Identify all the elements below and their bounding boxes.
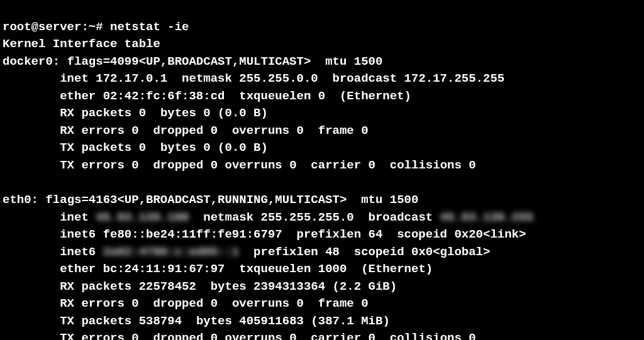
iface-name: docker0 bbox=[3, 55, 53, 69]
label-inet: inet bbox=[60, 72, 89, 85]
value-iftype: Ethernet bbox=[347, 89, 404, 103]
terminal-output[interactable]: root@server:~# netstat -ie Kernel Interf… bbox=[0, 0, 644, 340]
kernel-header: Kernel Interface table bbox=[3, 37, 160, 51]
label-tx-packets: TX packets bbox=[60, 141, 131, 155]
label-inet: inet bbox=[60, 211, 89, 224]
value-prefixlen: 64 bbox=[369, 228, 383, 241]
iface-eth0-tx-errors: TX errors 0 dropped 0 overruns 0 carrier… bbox=[3, 331, 476, 340]
iface-eth0-tx-packets: TX packets 538794 bytes 405911683 (387.1… bbox=[3, 314, 390, 328]
value-tx-overruns: 0 bbox=[289, 331, 296, 340]
label-dropped: dropped bbox=[153, 331, 203, 340]
iface-eth0-header: eth0: flags=4163<UP,BROADCAST,RUNNING,MU… bbox=[3, 193, 418, 207]
prompt-host: server bbox=[38, 20, 81, 34]
iface-docker0-ether: ether 02:42:fc:6f:38:cd txqueuelen 0 (Et… bbox=[3, 89, 411, 103]
iface-eth0-inet6-global: inet6 2a02:4780:c:ed05::1 prefixlen 48 s… bbox=[3, 245, 490, 259]
label-tx-errors: TX errors bbox=[60, 331, 125, 340]
iface-eth0-inet6-link: inet6 fe80::be24:11ff:fe91:6797 prefixle… bbox=[3, 228, 526, 241]
value-mac: 02:42:fc:6f:38:cd bbox=[103, 89, 225, 103]
label-tx-errors: TX errors bbox=[60, 158, 125, 172]
label-bytes: bytes bbox=[160, 141, 196, 155]
value-rx-bytes: 0 bbox=[203, 106, 210, 120]
label-bytes: bytes bbox=[211, 280, 247, 293]
value-rx-dropped: 0 bbox=[211, 124, 218, 138]
iface-docker0-tx-packets: TX packets 0 bytes 0 (0.0 B) bbox=[3, 141, 268, 155]
label-dropped: dropped bbox=[153, 297, 203, 310]
iface-eth0-ether: ether bc:24:11:91:67:97 txqueuelen 1000 … bbox=[3, 262, 433, 276]
label-netmask: netmask bbox=[203, 211, 253, 224]
iface-name: eth0 bbox=[3, 193, 31, 207]
label-frame: frame bbox=[318, 297, 354, 310]
value-tx-collisions: 0 bbox=[469, 158, 475, 172]
label-dropped: dropped bbox=[153, 124, 203, 138]
command-text: netstat -ie bbox=[110, 20, 189, 34]
value-rx-overruns: 0 bbox=[297, 124, 304, 138]
value-rx-errors: 0 bbox=[131, 297, 138, 310]
label-overruns: overruns bbox=[225, 331, 282, 340]
iface-eth0-rx-errors: RX errors 0 dropped 0 overruns 0 frame 0 bbox=[3, 297, 369, 310]
value-rx-packets: 0 bbox=[139, 106, 146, 120]
iface-docker0-rx-packets: RX packets 0 bytes 0 (0.0 B) bbox=[3, 106, 268, 120]
label-collisions: collisions bbox=[390, 331, 462, 340]
label-inet6: inet6 bbox=[60, 245, 96, 259]
value-tx-bytes: 405911683 bbox=[239, 314, 304, 328]
label-broadcast: broadcast bbox=[333, 72, 397, 85]
value-mac: bc:24:11:91:67:97 bbox=[103, 262, 225, 276]
value-iftype: Ethernet bbox=[369, 262, 426, 276]
value-txqueuelen: 0 bbox=[318, 89, 325, 103]
value-netmask: 255.255.255.0 bbox=[261, 211, 354, 224]
label-broadcast: broadcast bbox=[369, 211, 433, 224]
label-rx-packets: RX packets bbox=[60, 106, 131, 120]
label-overruns: overruns bbox=[232, 297, 289, 310]
label-inet6: inet6 bbox=[60, 228, 96, 241]
label-rx-packets: RX packets bbox=[60, 280, 131, 293]
value-inet6-global-redacted: 2a02:4780:c:ed05::1 bbox=[103, 245, 240, 259]
value-broadcast-redacted: 45.93.139.255 bbox=[440, 211, 533, 224]
value-txqueuelen: 1000 bbox=[318, 262, 347, 276]
value-prefixlen: 48 bbox=[325, 245, 340, 259]
label-scopeid: scopeid bbox=[397, 228, 447, 241]
label-netmask: netmask bbox=[182, 72, 232, 85]
value-tx-bytes: 0 bbox=[203, 141, 210, 155]
value-rx-bytes: 2394313364 bbox=[253, 280, 325, 293]
label-rx-errors: RX errors bbox=[60, 297, 125, 310]
value-tx-carrier: 0 bbox=[369, 331, 375, 340]
value-tx-packets: 0 bbox=[139, 141, 146, 155]
value-tx-packets: 538794 bbox=[139, 314, 182, 328]
label-txqueuelen: txqueuelen bbox=[239, 262, 311, 276]
value-rx-errors: 0 bbox=[131, 124, 138, 138]
iface-docker0-inet: inet 172.17.0.1 netmask 255.255.0.0 broa… bbox=[3, 72, 504, 85]
iface-docker0-rx-errors: RX errors 0 dropped 0 overruns 0 frame 0 bbox=[3, 124, 369, 138]
label-scopeid: scopeid bbox=[354, 245, 404, 259]
label-prefixlen: prefixlen bbox=[297, 228, 362, 241]
value-netmask: 255.255.0.0 bbox=[239, 72, 318, 85]
label-prefixlen: prefixlen bbox=[253, 245, 318, 259]
value-inet-addr: 172.17.0.1 bbox=[96, 72, 167, 85]
iface-docker0-header: docker0: flags=4099<UP,BROADCAST,MULTICA… bbox=[3, 55, 382, 69]
prompt-line: root@server:~# netstat -ie bbox=[3, 20, 189, 34]
value-tx-bytes-human: 0.0 B bbox=[225, 141, 261, 155]
value-tx-errors: 0 bbox=[131, 158, 138, 172]
value-scopeid: 0x0<global> bbox=[411, 245, 490, 259]
label-frame: frame bbox=[318, 124, 354, 138]
value-tx-overruns: 0 bbox=[289, 158, 296, 172]
label-rx-errors: RX errors bbox=[60, 124, 125, 138]
iface-flags: flags=4163<UP,BROADCAST,RUNNING,MULTICAS… bbox=[45, 193, 347, 207]
label-collisions: collisions bbox=[390, 158, 462, 172]
value-inet6-link: fe80::be24:11ff:fe91:6797 bbox=[103, 228, 282, 241]
label-carrier: carrier bbox=[311, 331, 361, 340]
label-bytes: bytes bbox=[196, 314, 232, 328]
value-scopeid: 0x20<link> bbox=[454, 228, 526, 241]
value-inet-addr-redacted: 45.93.139.188 bbox=[96, 211, 189, 224]
value-rx-overruns: 0 bbox=[297, 297, 304, 310]
value-tx-dropped: 0 bbox=[211, 331, 218, 340]
prompt-symbol: # bbox=[96, 20, 103, 34]
label-carrier: carrier bbox=[311, 158, 361, 172]
value-tx-bytes-human: 387.1 MiB bbox=[318, 314, 383, 328]
label-ether: ether bbox=[60, 89, 96, 103]
label-ether: ether bbox=[60, 262, 96, 276]
value-rx-packets: 22578452 bbox=[139, 280, 196, 293]
value-tx-dropped: 0 bbox=[211, 158, 218, 172]
iface-docker0-tx-errors: TX errors 0 dropped 0 overruns 0 carrier… bbox=[3, 158, 476, 172]
value-broadcast: 172.17.255.255 bbox=[404, 72, 505, 85]
value-rx-dropped: 0 bbox=[211, 297, 218, 310]
